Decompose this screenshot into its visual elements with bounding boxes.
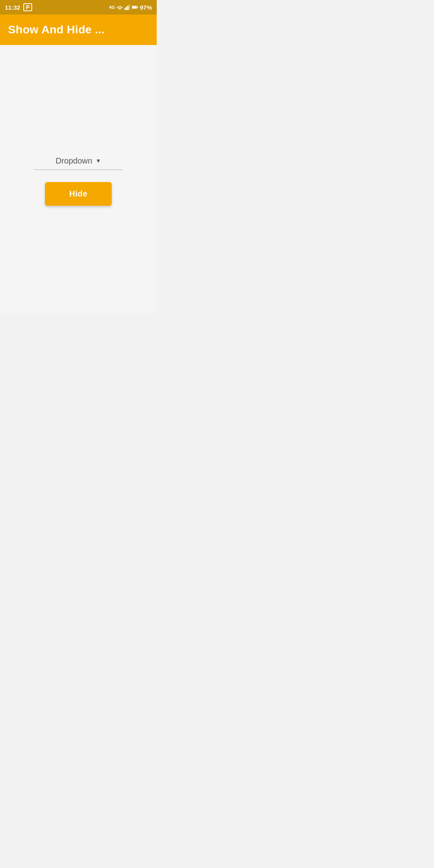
app-title: Show And Hide ... — [8, 23, 105, 36]
app-bar: Show And Hide ... — [0, 14, 157, 45]
svg-point-0 — [119, 9, 121, 10]
dropdown-underline — [34, 170, 123, 170]
svg-rect-6 — [132, 6, 137, 8]
dropdown-label: Dropdown — [55, 156, 92, 166]
chevron-down-icon: ▼ — [96, 158, 101, 164]
main-content: Dropdown ▼ Hide — [0, 45, 157, 313]
svg-rect-4 — [129, 4, 130, 10]
svg-rect-7 — [137, 6, 138, 8]
network-label: 4G — [109, 5, 115, 10]
parking-icon: P — [23, 3, 32, 11]
status-bar-left: 11:32 P — [5, 3, 32, 11]
status-time: 11:32 — [5, 4, 20, 11]
battery-icon — [132, 4, 138, 10]
svg-rect-2 — [126, 7, 127, 10]
dropdown-container[interactable]: Dropdown ▼ — [34, 153, 123, 170]
hide-button[interactable]: Hide — [45, 182, 111, 206]
signal-icon — [125, 4, 130, 10]
wifi-icon — [117, 5, 123, 10]
status-bar-right: 4G 97% — [109, 4, 152, 11]
svg-rect-1 — [125, 8, 126, 10]
dropdown-inner[interactable]: Dropdown ▼ — [34, 153, 123, 169]
battery-percent: 97% — [140, 4, 152, 11]
svg-rect-3 — [127, 6, 129, 10]
status-bar: 11:32 P 4G 97% — [0, 0, 157, 14]
